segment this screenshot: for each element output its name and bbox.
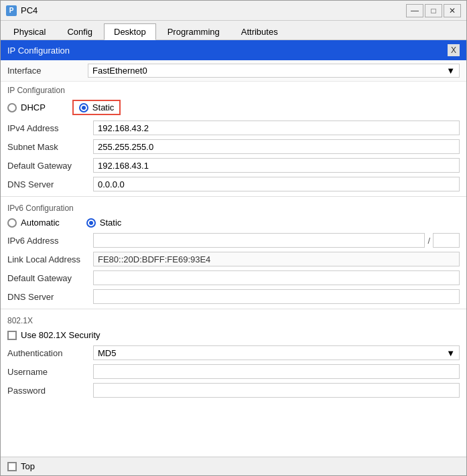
ipv6-dns-input[interactable] <box>93 289 460 304</box>
ipv6-config-section-title: IPv6 Configuration <box>1 200 466 214</box>
auth-label: Authentication <box>7 348 88 358</box>
panel-title: IP Configuration <box>7 46 70 56</box>
bottom-bar: Top <box>1 457 466 475</box>
main-window: P PC4 — □ ✕ Physical Config Desktop Prog… <box>0 0 467 476</box>
subnet-mask-label: Subnet Mask <box>7 142 88 152</box>
ipv6-dns-row: DNS Server <box>1 287 466 306</box>
divider-1 <box>1 196 466 197</box>
tab-desktop[interactable]: Desktop <box>104 23 156 40</box>
auth-row: Authentication MD5 ▼ <box>1 343 466 362</box>
ipv6-address-row: IPv6 Address / <box>1 231 466 250</box>
window-title: PC4 <box>21 5 406 15</box>
close-button[interactable]: ✕ <box>444 4 461 17</box>
use-dot1x-label: Use 802.1X Security <box>21 330 101 340</box>
ipv6-default-gateway-label: Default Gateway <box>7 273 88 283</box>
tab-attributes[interactable]: Attributes <box>231 23 288 39</box>
ipv6-input-group: / <box>93 233 460 248</box>
link-local-row: Link Local Address <box>1 250 466 268</box>
auth-dropdown[interactable]: MD5 ▼ <box>93 345 460 360</box>
ipv6-automatic-radio-circle <box>7 218 17 228</box>
static-radio-highlighted[interactable]: Static <box>72 100 121 115</box>
static-radio-circle <box>79 103 88 112</box>
ipv6-static-label: Static <box>100 218 122 228</box>
password-input[interactable] <box>93 383 460 398</box>
ipv6-automatic-label: Automatic <box>21 218 60 228</box>
title-bar: P PC4 — □ ✕ <box>1 1 466 21</box>
auth-value: MD5 <box>98 348 116 358</box>
dhcp-label: DHCP <box>21 102 46 112</box>
ipv6-slash: / <box>427 236 430 246</box>
panel-close-button[interactable]: X <box>448 44 460 56</box>
ipv6-static-radio[interactable]: Static <box>86 218 122 228</box>
subnet-mask-input[interactable] <box>93 139 460 154</box>
top-checkbox-row: Top <box>7 461 35 471</box>
use-dot1x-checkbox[interactable] <box>7 331 17 340</box>
use-dot1x-row: Use 802.1X Security <box>1 327 466 343</box>
chevron-down-icon: ▼ <box>446 66 455 76</box>
password-label: Password <box>7 386 88 396</box>
ipv6-default-gateway-input[interactable] <box>93 270 460 285</box>
default-gateway-label: Default Gateway <box>7 161 88 171</box>
dns-server-label: DNS Server <box>7 179 88 189</box>
password-row: Password <box>1 381 466 400</box>
maximize-button[interactable]: □ <box>425 4 442 17</box>
username-label: Username <box>7 367 88 377</box>
panel-header: IP Configuration X <box>1 40 466 60</box>
ipv4-address-row: IPv4 Address <box>1 118 466 137</box>
interface-value: FastEthernet0 <box>92 66 147 76</box>
static-label: Static <box>92 102 115 112</box>
main-content: IP Configuration X Interface FastEtherne… <box>1 40 466 457</box>
ipv6-dns-label: DNS Server <box>7 292 88 302</box>
top-checkbox[interactable] <box>7 462 17 471</box>
ipv6-address-label: IPv6 Address <box>7 236 88 246</box>
interface-dropdown[interactable]: FastEthernet0 ▼ <box>88 64 460 78</box>
dhcp-radio-circle <box>7 103 17 112</box>
window-controls: — □ ✕ <box>406 4 461 17</box>
tab-config[interactable]: Config <box>57 23 103 39</box>
ipv6-prefix-input[interactable] <box>433 233 460 248</box>
divider-2 <box>1 309 466 309</box>
dhcp-radio[interactable]: DHCP <box>7 102 46 112</box>
auth-chevron-icon: ▼ <box>446 348 455 358</box>
tab-physical[interactable]: Physical <box>3 23 56 39</box>
ipv4-address-label: IPv4 Address <box>7 123 88 133</box>
link-local-input[interactable] <box>93 252 460 266</box>
username-row: Username <box>1 362 466 381</box>
dns-server-row: DNS Server <box>1 175 466 193</box>
subnet-mask-row: Subnet Mask <box>1 137 466 156</box>
top-checkbox-label: Top <box>21 461 35 471</box>
ip-mode-row: DHCP Static <box>1 96 466 118</box>
dot1x-section-title: 802.1X <box>1 312 466 327</box>
default-gateway-row: Default Gateway <box>1 156 466 175</box>
interface-row: Interface FastEthernet0 ▼ <box>1 60 466 82</box>
tab-bar: Physical Config Desktop Programming Attr… <box>1 21 466 40</box>
tab-programming[interactable]: Programming <box>157 23 230 39</box>
ip-config-section-title: IP Configuration <box>1 82 466 96</box>
dns-server-input[interactable] <box>93 177 460 191</box>
default-gateway-input[interactable] <box>93 158 460 173</box>
ipv6-automatic-radio[interactable]: Automatic <box>7 218 60 228</box>
ipv4-address-input[interactable] <box>93 121 460 135</box>
app-icon: P <box>6 5 17 16</box>
link-local-label: Link Local Address <box>7 254 88 264</box>
ipv6-static-radio-circle <box>86 218 96 228</box>
ipv6-mode-row: Automatic Static <box>1 214 466 231</box>
username-input[interactable] <box>93 364 460 379</box>
ipv6-address-input[interactable] <box>93 233 425 248</box>
interface-label: Interface <box>7 66 88 76</box>
minimize-button[interactable]: — <box>406 4 423 17</box>
ipv6-default-gateway-row: Default Gateway <box>1 268 466 287</box>
